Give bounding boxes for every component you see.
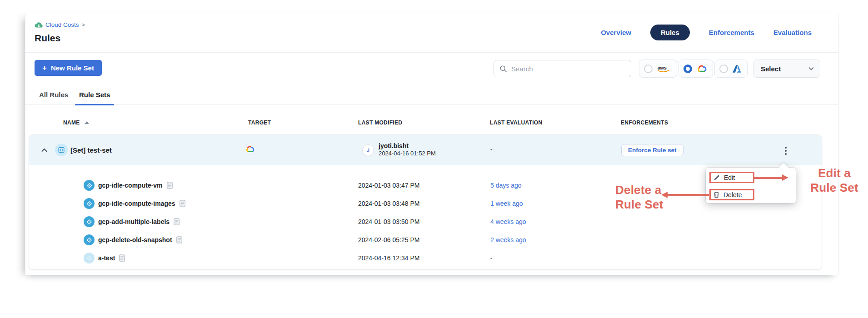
notes-icon[interactable] — [167, 182, 173, 189]
cloud-costs-icon: $ — [35, 22, 43, 28]
table-header: NAME TARGET LAST MODIFIED LAST EVALUATIO… — [25, 115, 838, 134]
rule-last-modified: 2024-01-03 03:48 PM — [358, 200, 419, 207]
rule-set-group: [Set] test-set J jyoti.bisht 2024-04-16 … — [29, 134, 822, 270]
search-input[interactable] — [511, 65, 625, 73]
svg-text:$: $ — [38, 23, 40, 27]
menu-item-edit-label: Edit — [724, 174, 735, 181]
pencil-icon — [713, 174, 720, 181]
rule-row[interactable]: a-test 2024-04-16 12:34 PM - — [29, 249, 822, 267]
rule-set-last-evaluation: - — [490, 146, 493, 153]
toolbar: + New Rule Set aws — [25, 53, 838, 84]
provider-filter-azure[interactable] — [714, 60, 748, 78]
breadcrumb-separator: > — [82, 21, 85, 28]
enforce-rule-set-button[interactable]: Enforce Rule set — [621, 144, 683, 156]
column-header-name[interactable]: NAME — [63, 119, 89, 126]
rule-last-modified: 2024-01-03 03:47 PM — [358, 182, 419, 189]
top-nav: Overview Rules Enforcements Evaluations — [601, 24, 812, 40]
cloud-account-select[interactable]: Select — [753, 60, 820, 78]
sort-asc-icon — [85, 121, 89, 124]
rule-last-evaluation[interactable]: 1 week ago — [490, 200, 523, 207]
main-card: $ Cloud Costs > Rules Overview Rules Enf… — [25, 13, 838, 275]
new-rule-set-button[interactable]: + New Rule Set — [35, 60, 102, 76]
menu-item-delete[interactable]: Delete — [709, 189, 754, 200]
search-icon — [499, 65, 507, 73]
rules-list: gcp-idle-compute-vm 2024-01-03 03:47 PM … — [29, 176, 822, 267]
rule-row[interactable]: gcp-idle-compute-vm 2024-01-03 03:47 PM … — [29, 176, 822, 194]
rule-name-wrap: gcp-idle-compute-vm — [98, 176, 173, 194]
annotation-arrow-to-delete — [667, 194, 709, 196]
radio-unselected-icon — [644, 65, 653, 73]
rule-last-evaluation[interactable]: 4 weeks ago — [490, 218, 526, 225]
new-rule-set-label: New Rule Set — [51, 64, 94, 72]
rule-name-wrap: gcp-add-multiple-labels — [98, 213, 180, 231]
rule-name: gcp-delete-old-snapshot — [98, 236, 172, 243]
azure-logo-icon — [732, 65, 742, 73]
column-label-name: NAME — [63, 119, 80, 126]
rule-row[interactable]: gcp-idle-compute-images 2024-01-03 03:48… — [29, 194, 822, 213]
avatar: J — [362, 144, 374, 156]
kebab-menu-icon[interactable] — [780, 145, 792, 157]
rule-icon — [84, 216, 95, 227]
rule-name: gcp-add-multiple-labels — [98, 218, 170, 225]
rule-icon — [84, 253, 95, 263]
column-header-last-modified: LAST MODIFIED — [358, 119, 402, 126]
aws-logo-icon: aws — [656, 65, 671, 73]
breadcrumb: $ Cloud Costs > — [35, 21, 85, 28]
nav-rules[interactable]: Rules — [650, 25, 690, 40]
rule-name-wrap: gcp-delete-old-snapshot — [98, 231, 182, 249]
rule-name: gcp-idle-compute-images — [98, 200, 175, 207]
tab-rule-sets[interactable]: Rule Sets — [79, 84, 110, 104]
rule-set-name: [Set] test-set — [70, 146, 112, 154]
context-menu: Edit Delete — [706, 168, 796, 203]
annotation-delete-a-rule-set: Delete a Rule Set — [615, 183, 663, 212]
rule-name: a-test — [98, 254, 115, 262]
trash-icon — [713, 191, 719, 198]
notes-icon[interactable] — [176, 236, 182, 243]
rule-last-evaluation[interactable]: 5 days ago — [490, 182, 522, 189]
page-title: Rules — [35, 33, 60, 44]
annotation-edit-line1: Edit a — [794, 166, 868, 180]
annotation-edit-a-rule-set: Edit a Rule Set — [794, 166, 868, 195]
tab-all-rules[interactable]: All Rules — [39, 84, 68, 104]
plus-icon: + — [42, 64, 47, 73]
provider-filter-aws[interactable]: aws — [639, 60, 677, 78]
rule-last-modified: 2024-04-16 12:34 PM — [358, 254, 419, 262]
rule-icon — [84, 198, 95, 209]
gcp-logo-icon — [696, 64, 707, 74]
rule-name: gcp-idle-compute-vm — [98, 182, 163, 189]
annotation-delete-line2: Rule Set — [615, 197, 663, 212]
rule-last-evaluation[interactable]: - — [490, 254, 493, 262]
rule-last-evaluation[interactable]: 2 weeks ago — [490, 236, 526, 243]
chevron-down-icon — [808, 67, 814, 70]
rule-set-row[interactable]: [Set] test-set J jyoti.bisht 2024-04-16 … — [29, 135, 822, 165]
rule-icon — [84, 180, 95, 191]
last-modified-cell: jyoti.bisht 2024-04-16 01:52 PM — [379, 142, 436, 157]
search-box — [494, 60, 631, 77]
modified-at-time: 2024-04-16 01:52 PM — [379, 150, 436, 157]
svg-text:aws: aws — [658, 65, 667, 70]
notes-icon[interactable] — [180, 200, 185, 207]
column-header-target: TARGET — [248, 119, 271, 126]
modified-by-user: jyoti.bisht — [379, 142, 436, 149]
radio-unselected-icon — [719, 65, 728, 73]
rule-last-modified: 2024-02-06 05:25 PM — [358, 236, 419, 243]
rule-row[interactable]: gcp-delete-old-snapshot 2024-02-06 05:25… — [29, 231, 822, 249]
notes-icon[interactable] — [119, 254, 125, 262]
menu-item-edit[interactable]: Edit — [709, 172, 754, 183]
select-value: Select — [761, 65, 781, 73]
rule-name-wrap: a-test — [98, 249, 125, 267]
annotation-edit-line2: Rule Set — [794, 180, 868, 195]
nav-overview[interactable]: Overview — [601, 29, 631, 36]
collapse-chevron-up-icon[interactable] — [40, 146, 48, 154]
notes-icon[interactable] — [174, 218, 180, 225]
menu-item-delete-label: Delete — [723, 191, 742, 199]
nav-enforcements[interactable]: Enforcements — [709, 29, 754, 36]
rule-set-icon — [55, 144, 68, 156]
tab-bar: All Rules Rule Sets — [25, 84, 838, 104]
rule-row[interactable]: gcp-add-multiple-labels 2024-01-03 03:50… — [29, 213, 822, 231]
breadcrumb-cloud-costs-link[interactable]: Cloud Costs — [45, 21, 79, 28]
nav-evaluations[interactable]: Evaluations — [773, 29, 812, 36]
provider-filter-gcp[interactable] — [678, 60, 713, 78]
column-header-enforcements: ENFORCEMENTS — [621, 119, 668, 126]
annotation-delete-line1: Delete a — [615, 183, 663, 197]
